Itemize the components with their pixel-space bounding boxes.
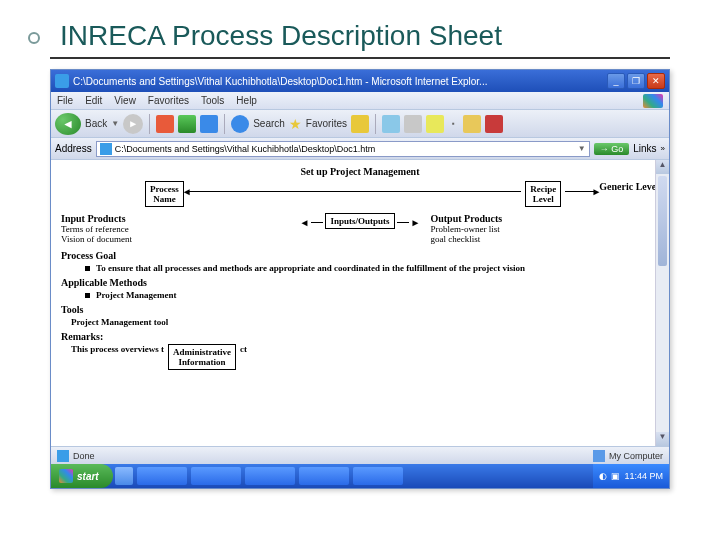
- status-bar: Done My Computer: [51, 446, 669, 464]
- links-chevron-icon[interactable]: »: [661, 144, 665, 153]
- search-icon[interactable]: [231, 115, 249, 133]
- menu-favorites[interactable]: Favorites: [148, 95, 189, 106]
- slide-divider: [50, 57, 670, 59]
- remarks-tail: ct: [240, 344, 247, 354]
- tools-heading: Tools: [61, 304, 659, 315]
- close-button[interactable]: ✕: [647, 73, 665, 89]
- task-item-6[interactable]: [353, 467, 403, 485]
- bullet-icon: [85, 266, 90, 271]
- system-tray[interactable]: ◐ ▣ 11:44 PM: [593, 464, 669, 488]
- slide-bullet-icon: [28, 32, 40, 44]
- refresh-icon[interactable]: [178, 115, 196, 133]
- scroll-thumb[interactable]: [658, 176, 667, 266]
- input-products-heading: Input Products: [61, 213, 290, 224]
- remarks-heading: Remarks:: [61, 331, 659, 342]
- output-products-2: goal checklist: [430, 234, 659, 244]
- zone-text: My Computer: [609, 451, 663, 461]
- toolbar-sep2: [224, 114, 225, 134]
- vertical-scrollbar[interactable]: ▲ ▼: [655, 160, 669, 446]
- address-label: Address: [55, 143, 92, 154]
- windows-logo-icon: [643, 94, 663, 108]
- toolbar: ◄ Back ▼ ► Search ★ Favorites ▪: [51, 110, 669, 138]
- ie-icon: [55, 74, 69, 88]
- minimize-button[interactable]: _: [607, 73, 625, 89]
- back-dropdown-icon[interactable]: ▼: [111, 119, 119, 128]
- process-goal-text: To ensure that all processes and methods…: [96, 263, 525, 273]
- toolbar-overflow-icon[interactable]: ▪: [452, 119, 455, 128]
- extra-icon[interactable]: [485, 115, 503, 133]
- address-input[interactable]: C:\Documents and Settings\Vithal Kuchibh…: [96, 141, 590, 157]
- status-page-icon: [57, 450, 69, 462]
- address-bar: Address C:\Documents and Settings\Vithal…: [51, 138, 669, 160]
- process-goal-heading: Process Goal: [61, 250, 659, 261]
- maximize-button[interactable]: ❐: [627, 73, 645, 89]
- menu-tools[interactable]: Tools: [201, 95, 224, 106]
- start-logo-icon: [59, 469, 73, 483]
- status-text: Done: [73, 451, 95, 461]
- back-label: Back: [85, 118, 107, 129]
- doc-title: Set up Project Management: [61, 166, 659, 177]
- output-products-1: Problem-owner list: [430, 224, 659, 234]
- task-item-5[interactable]: [299, 467, 349, 485]
- address-value: C:\Documents and Settings\Vithal Kuchibh…: [115, 144, 375, 154]
- back-button[interactable]: ◄: [55, 113, 81, 135]
- history-icon[interactable]: [351, 115, 369, 133]
- toolbar-sep: [149, 114, 150, 134]
- menubar: File Edit View Favorites Tools Help: [51, 92, 669, 110]
- go-button[interactable]: → Go: [594, 143, 630, 155]
- task-item-1[interactable]: [115, 467, 133, 485]
- links-label[interactable]: Links: [633, 143, 656, 154]
- tray-icon[interactable]: ◐: [599, 471, 607, 481]
- task-item-2[interactable]: [137, 467, 187, 485]
- generic-level-label: Generic Level: [599, 181, 659, 192]
- admin-info-box: Administrative Information: [168, 344, 236, 370]
- titlebar: C:\Documents and Settings\Vithal Kuchibh…: [51, 70, 669, 92]
- remarks-text: This process overviews t: [71, 344, 164, 354]
- tools-text: Project Management tool: [71, 317, 659, 327]
- menu-view[interactable]: View: [114, 95, 136, 106]
- recipe-level-box: Recipe Level: [525, 181, 561, 207]
- print-icon[interactable]: [404, 115, 422, 133]
- input-products-2: Vision of document: [61, 234, 290, 244]
- forward-button[interactable]: ►: [123, 114, 143, 134]
- menu-help[interactable]: Help: [236, 95, 257, 106]
- methods-heading: Applicable Methods: [61, 277, 659, 288]
- scroll-down-button[interactable]: ▼: [656, 432, 669, 446]
- home-icon[interactable]: [200, 115, 218, 133]
- clock: 11:44 PM: [624, 471, 663, 481]
- favorites-label: Favorites: [306, 118, 347, 129]
- ie-window: C:\Documents and Settings\Vithal Kuchibh…: [50, 69, 670, 489]
- tray-icon[interactable]: ▣: [611, 471, 620, 481]
- methods-text: Project Management: [96, 290, 177, 300]
- output-products-heading: Output Products: [430, 213, 659, 224]
- edit-icon[interactable]: [426, 115, 444, 133]
- messenger-icon[interactable]: [463, 115, 481, 133]
- input-products-1: Terms of reference: [61, 224, 290, 234]
- start-button[interactable]: start: [51, 464, 113, 488]
- document-content: Set up Project Management Process Name ◄…: [51, 160, 669, 446]
- task-item-3[interactable]: [191, 467, 241, 485]
- process-name-box: Process Name: [145, 181, 184, 207]
- stop-icon[interactable]: [156, 115, 174, 133]
- menu-edit[interactable]: Edit: [85, 95, 102, 106]
- window-title: C:\Documents and Settings\Vithal Kuchibh…: [73, 76, 607, 87]
- zone-icon: [593, 450, 605, 462]
- slide-title: INRECA Process Description Sheet: [60, 20, 680, 52]
- scroll-up-button[interactable]: ▲: [656, 160, 669, 174]
- bullet-icon: [85, 293, 90, 298]
- search-label: Search: [253, 118, 285, 129]
- inputs-outputs-box: Inputs/Outputs: [325, 213, 394, 229]
- toolbar-sep3: [375, 114, 376, 134]
- taskbar: start ◐ ▣ 11:44 PM: [51, 464, 669, 488]
- favorites-icon[interactable]: ★: [289, 116, 302, 132]
- menu-file[interactable]: File: [57, 95, 73, 106]
- task-item-4[interactable]: [245, 467, 295, 485]
- mail-icon[interactable]: [382, 115, 400, 133]
- page-icon: [100, 143, 112, 155]
- address-dropdown-icon[interactable]: ▼: [578, 144, 586, 153]
